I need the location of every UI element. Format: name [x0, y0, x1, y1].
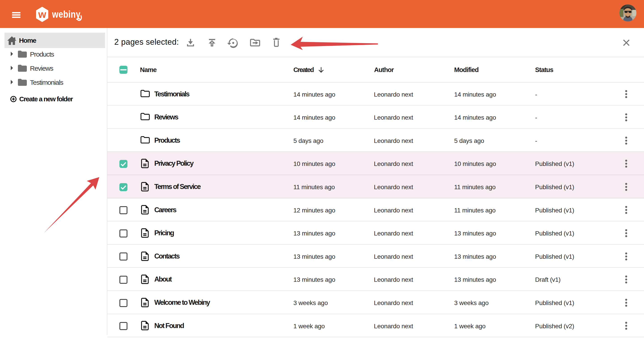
- svg-text:w: w: [38, 8, 46, 20]
